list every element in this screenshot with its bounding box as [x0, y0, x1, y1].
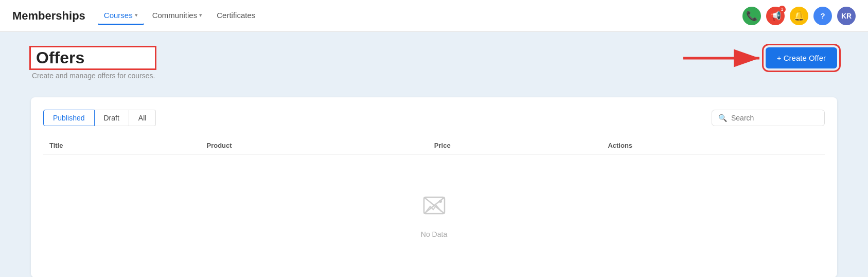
tab-published[interactable]: Published — [43, 110, 95, 126]
chevron-down-icon: ▾ — [135, 12, 138, 19]
notification-badge: 1 — [778, 6, 786, 13]
megaphone-button[interactable]: 📢 1 — [766, 7, 785, 25]
col-product: Product — [200, 136, 428, 155]
user-avatar-button[interactable]: KR — [837, 7, 856, 25]
nav-item-courses[interactable]: Courses ▾ — [98, 7, 144, 25]
phone-button[interactable]: 📞 — [742, 7, 761, 25]
main-content: Offers Create and manage offers for cour… — [0, 32, 868, 277]
no-data-icon — [421, 192, 448, 224]
col-title: Title — [43, 136, 200, 155]
chevron-down-icon: ▾ — [199, 12, 202, 19]
avatar-initials: KR — [841, 12, 852, 20]
help-button[interactable]: ? — [813, 7, 832, 25]
no-data-row: No Data — [43, 155, 825, 266]
phone-icon: 📞 — [746, 10, 757, 22]
nav-item-communities[interactable]: Communities ▾ — [146, 7, 209, 25]
topbar-right-icons: 📞 📢 1 🔔 ? KR — [742, 7, 856, 25]
help-icon: ? — [820, 11, 825, 20]
bell-icon: 🔔 — [793, 10, 805, 22]
bell-button[interactable]: 🔔 — [790, 7, 808, 25]
search-icon: 🔍 — [718, 114, 727, 122]
page-title: Offers — [31, 47, 155, 68]
annotation-arrow — [678, 43, 771, 74]
create-offer-section: + Create Offer — [766, 47, 837, 68]
status-tabs: Published Draft All — [43, 110, 156, 126]
search-input[interactable] — [731, 114, 818, 122]
no-data-label: No Data — [421, 230, 447, 238]
main-nav: Courses ▾ Communities ▾ Certificates — [98, 7, 261, 25]
tab-draft[interactable]: Draft — [95, 110, 129, 126]
offers-title-block: Offers Create and manage offers for cour… — [31, 47, 155, 80]
search-box: 🔍 — [712, 110, 825, 126]
offers-table: Title Product Price Actions — [43, 136, 825, 265]
filter-row: Published Draft All 🔍 — [43, 110, 825, 126]
col-actions: Actions — [601, 136, 825, 155]
page-subtitle: Create and manage offers for courses. — [31, 72, 155, 80]
offers-header: Offers Create and manage offers for cour… — [31, 42, 837, 85]
brand-title: Memberships — [12, 9, 85, 23]
no-data-state: No Data — [49, 161, 819, 259]
nav-item-certificates[interactable]: Certificates — [210, 7, 261, 25]
create-offer-button[interactable]: + Create Offer — [766, 47, 837, 68]
top-navigation-bar: Memberships Courses ▾ Communities ▾ Cert… — [0, 0, 868, 32]
create-offer-label: + Create Offer — [777, 54, 826, 62]
table-header-row: Title Product Price Actions — [43, 136, 825, 155]
svg-point-5 — [439, 200, 442, 203]
nav-left: Memberships Courses ▾ Communities ▾ Cert… — [12, 7, 261, 25]
col-price: Price — [428, 136, 602, 155]
offers-table-card: Published Draft All 🔍 Title Product — [31, 97, 837, 277]
tab-all[interactable]: All — [129, 110, 156, 126]
